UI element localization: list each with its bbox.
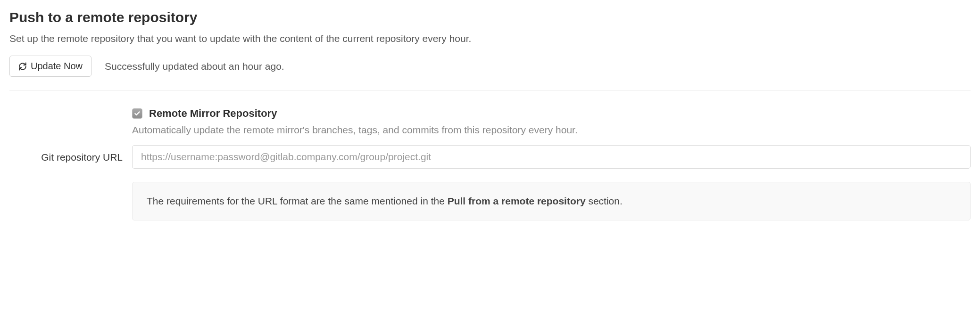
check-icon (134, 110, 141, 117)
section-divider (9, 90, 971, 90)
remote-mirror-checkbox[interactable] (132, 108, 142, 119)
info-prefix: The requirements for the URL format are … (147, 196, 448, 206)
section-heading: Push to a remote repository (9, 9, 971, 25)
refresh-icon (18, 62, 27, 71)
update-now-button[interactable]: Update Now (9, 56, 91, 77)
section-description: Set up the remote repository that you wa… (9, 33, 971, 44)
update-row: Update Now Successfully updated about an… (9, 56, 971, 77)
update-status: Successfully updated about an hour ago. (105, 61, 284, 72)
url-row: Git repository URL The requirements for … (9, 145, 971, 220)
git-url-input[interactable] (132, 145, 971, 169)
remote-mirror-help: Automatically update the remote mirror's… (132, 124, 971, 136)
info-suffix: section. (586, 196, 623, 206)
remote-mirror-label: Remote Mirror Repository (149, 107, 277, 120)
url-info-box: The requirements for the URL format are … (132, 182, 971, 220)
info-bold: Pull from a remote repository (448, 196, 586, 206)
git-url-label: Git repository URL (41, 152, 123, 163)
update-now-label: Update Now (31, 61, 83, 72)
mirror-checkbox-row: Remote Mirror Repository Automatically u… (9, 107, 971, 136)
